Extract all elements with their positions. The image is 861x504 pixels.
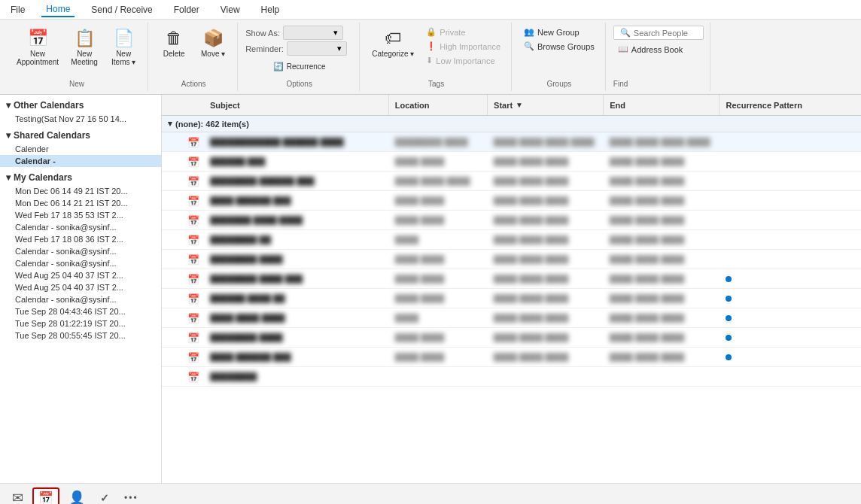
browse-groups-icon: 🔍 [524,41,534,51]
main-container: ▾ Other Calendars Testing(Sat Nov 27 16 … [0,95,861,483]
search-people-box[interactable]: 🔍 [613,26,704,40]
search-people-input[interactable] [634,29,701,38]
my-calendar-item-8[interactable]: Wed Aug 25 04 40 37 IST 2... [0,281,161,293]
end-col-header[interactable]: End [604,95,720,115]
calendar-nav-button[interactable]: 📅 [32,487,59,504]
menu-help[interactable]: Help [257,3,284,17]
my-calendar-item-1[interactable]: Mon Dec 06 14 21 21 IST 20... [0,197,161,209]
recurrence-btn-wrapper: 🔄 Recurrence [269,59,330,74]
start-col-header[interactable]: Start ▼ [488,95,604,115]
recurrence-dot-icon [726,315,732,321]
menu-view[interactable]: View [216,3,245,17]
my-calendar-item-0[interactable]: Mon Dec 06 14 49 21 IST 20... [0,185,161,197]
low-importance-button[interactable]: ⬇ Low Importance [421,54,505,67]
table-row[interactable]: 📅 ██████ ████ ██ ████ ████ ████ ████ ███… [162,289,861,308]
table-row[interactable]: 📅 ████████ ██ ████ ████ ████ ████ ████ █… [162,230,861,250]
categorize-button[interactable]: 🏷 Categorize ▾ [367,26,418,61]
my-calendars-header[interactable]: ▾ My Calendars [0,170,161,185]
menu-file[interactable]: File [6,3,29,17]
end-cell: ████ ████ ████ [604,333,720,342]
shared-calendar-item-1[interactable]: Calendar - [0,155,161,167]
start-cell: ████ ████ ████ [488,196,604,205]
my-calendar-item-6[interactable]: Calendar - sonika@sysinf... [0,257,161,269]
my-calendar-item-9[interactable]: Calendar - sonika@sysinf... [0,293,161,305]
other-calendars-header[interactable]: ▾ Other Calendars [0,98,161,113]
recurrence-col-header[interactable]: Recurrence Pattern [720,95,861,115]
new-group-icon: 👥 [524,27,534,37]
table-row[interactable]: 📅 ████ ██████ ███ ████ ████ ████ ████ ██… [162,348,861,367]
people-nav-button[interactable]: 👤 [62,487,91,505]
meeting-icon: 📋 [75,29,95,48]
location-cell: ████ ████ [389,333,488,342]
recurrence-cell [720,333,861,342]
subject-cell: ████████ ██████ ███ [204,177,389,186]
subject-col-header[interactable]: Subject [204,95,389,115]
high-importance-button[interactable]: ❗ High Importance [421,40,505,53]
menu-folder[interactable]: Folder [169,3,204,17]
start-cell: ████ ████ ████ [488,294,604,303]
table-row[interactable]: 📅 ████████ ██████ ███ ████ ████ ████ ███… [162,172,861,191]
my-calendar-item-5[interactable]: Calendar - sonika@sysinf... [0,245,161,257]
shared-calendars-header[interactable]: ▾ Shared Calendars [0,128,161,143]
other-calendar-item-0[interactable]: Testing(Sat Nov 27 16 50 14... [0,113,161,125]
end-cell: ████ ████ ████ [604,294,720,303]
location-col-header[interactable]: Location [389,95,488,115]
mail-nav-button[interactable]: ✉ [6,487,29,505]
table-row[interactable]: 📅 ████████ [162,367,861,387]
new-meeting-button[interactable]: 📋 New Meeting [66,26,102,69]
new-appointment-button[interactable]: 📅 New Appointment [12,26,63,69]
table-row[interactable]: 📅 ████████████ ██████ ████ ████████ ████… [162,132,861,152]
find-group-label: Find [613,77,704,88]
my-calendar-item-2[interactable]: Wed Feb 17 18 35 53 IST 2... [0,209,161,221]
delete-button[interactable]: 🗑 Delete [156,26,192,61]
reminder-dropdown[interactable]: ▾ [287,41,347,56]
location-cell: ████ ████ [389,216,488,225]
my-calendar-item-7[interactable]: Wed Aug 25 04 40 37 IST 2... [0,269,161,281]
people-icon: 👤 [68,490,85,505]
private-button[interactable]: 🔒 Private [421,26,505,38]
sort-arrow-icon: ▼ [516,101,523,109]
location-cell: ████ ████ [389,196,488,205]
start-cell: ████ ████ ████ [488,157,604,166]
my-calendar-item-4[interactable]: Wed Feb 17 18 08 36 IST 2... [0,233,161,245]
icon-cell: 📅 [183,234,204,246]
tasks-icon: ✓ [100,492,109,504]
end-cell: ████ ████ ████ [604,275,720,284]
group-header[interactable]: ▾ (none): 462 item(s) [162,116,861,132]
show-as-dropdown[interactable]: ▾ [283,26,343,40]
calendar-nav-icon: 📅 [38,490,53,504]
subject-cell: ████████ ████ [204,255,389,264]
my-calendar-item-10[interactable]: Tue Sep 28 04:43:46 IST 20... [0,305,161,317]
end-cell: ████ ████ ████ [604,157,720,166]
ribbon: 📅 New Appointment 📋 New Meeting 📄 New It… [0,20,861,95]
new-items-button[interactable]: 📄 New Items ▾ [105,26,141,69]
subject-cell: ████████████ ██████ ████ [204,138,389,147]
table-row[interactable]: 📅 ████████ ████ ███ ████ ████ ████ ████ … [162,269,861,289]
table-row[interactable]: 📅 ████ ████ ████ ████ ████ ████ ████ ███… [162,308,861,328]
new-group-button[interactable]: 👥 New Group [519,26,599,38]
shared-calendar-item-0[interactable]: Calender [0,143,161,155]
menu-home[interactable]: Home [41,2,75,17]
table-row[interactable]: 📅 ███████ ████ ████ ████ ████ ████ ████ … [162,211,861,230]
icon-cell: 📅 [183,136,204,148]
groups-col: 👥 New Group 🔍 Browse Groups [519,26,599,53]
my-calendar-item-3[interactable]: Calendar - sonika@sysinf... [0,221,161,233]
actions-group-label: Actions [181,77,206,88]
my-calendar-item-12[interactable]: Tue Sep 28 00:55:45 IST 20... [0,329,161,342]
move-button[interactable]: 📦 Move ▾ [195,26,231,61]
calendar-icon: 📅 [187,137,199,148]
more-nav-button[interactable]: ••• [118,490,145,505]
options-controls: Show As: ▾ Reminder: ▾ [245,26,353,56]
menu-bar: File Home Send / Receive Folder View Hel… [0,0,861,20]
my-calendar-item-11[interactable]: Tue Sep 28 01:22:19 IST 20... [0,317,161,329]
menu-send-receive[interactable]: Send / Receive [87,3,157,17]
tasks-nav-button[interactable]: ✓ [94,489,115,505]
recurrence-button[interactable]: 🔄 Recurrence [269,59,330,74]
table-row[interactable]: 📅 ██████ ███ ████ ████ ████ ████ ████ ██… [162,152,861,172]
browse-groups-button[interactable]: 🔍 Browse Groups [519,40,599,53]
table-row[interactable]: 📅 ████ ██████ ███ ████ ████ ████ ████ ██… [162,191,861,211]
table-row[interactable]: 📅 ████████ ████ ████ ████ ████ ████ ████… [162,250,861,269]
location-cell: ████ ████ [389,294,488,303]
table-row[interactable]: 📅 ████████ ████ ████ ████ ████ ████ ████… [162,328,861,348]
address-book-button[interactable]: 📖 Address Book [613,43,704,56]
